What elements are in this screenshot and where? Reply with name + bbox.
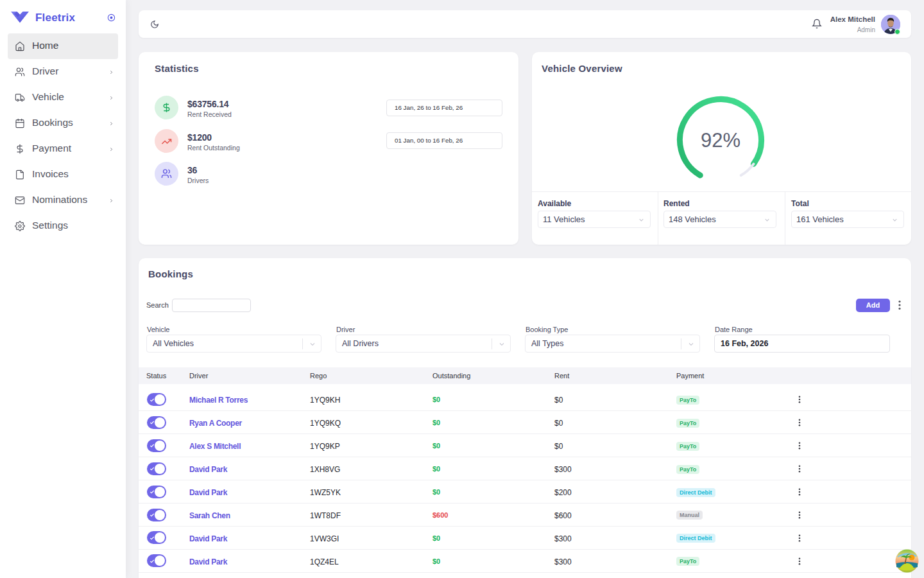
svg-text:92%: 92% [701, 129, 740, 152]
